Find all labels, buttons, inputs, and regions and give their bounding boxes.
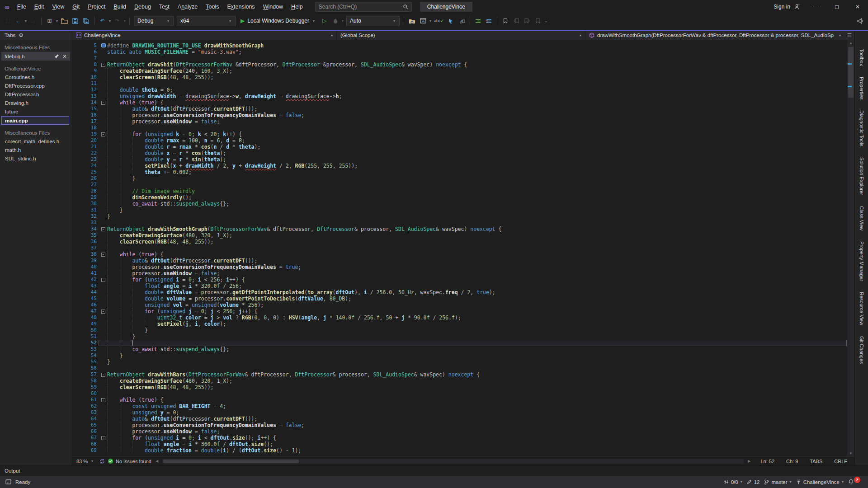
line-number[interactable]: 10 [72,74,97,80]
line-number[interactable]: 36 [72,239,97,245]
line-number[interactable]: 14 [72,99,97,106]
line-indicator[interactable]: Ln: 52 [755,459,780,464]
toolbar-grip[interactable]: ⋮⋮ [5,19,11,23]
menu-git[interactable]: Git [68,1,84,12]
code-line-7[interactable]: 7 [72,55,847,61]
line-number[interactable]: 16 [72,112,97,118]
save-all-icon[interactable] [81,15,91,26]
code-line-47[interactable]: 47- for (unsigned j = 0; j < 256; j++) { [72,308,847,314]
code-line-54[interactable]: 54 } [72,352,847,359]
code-line-11[interactable]: 11 [72,80,847,87]
pending-edits-button[interactable]: 12 [745,476,762,488]
code-line-24[interactable]: 24 setPixel(x + drawWidth / 2, y + drawH… [72,163,847,169]
code-line-42[interactable]: 42- for (unsigned i = 0; i < 256; i++) { [72,277,847,283]
line-number[interactable]: 22 [72,150,97,156]
line-number[interactable]: 54 [72,352,97,359]
line-number[interactable]: 51 [72,333,97,340]
tab-fdebug-h[interactable]: fdebug.h✕ [1,52,70,61]
code-line-61[interactable]: 61- while (true) { [72,397,847,403]
code-line-44[interactable]: 44 double dftValue = processor.getDftPoi… [72,289,847,296]
restore-button[interactable]: ◻ [826,0,847,14]
code-line-21[interactable]: 21 double r = rmax * cos(n / d * theta); [72,144,847,150]
code-line-25[interactable]: 25 theta += 0.002; [72,169,847,175]
code-line-65[interactable]: 65 processor.useConversionToFrequencyDom… [72,422,847,428]
line-number[interactable]: 6 [72,49,97,55]
notifications-button[interactable]: 2 [846,476,863,488]
code-line-9[interactable]: 9 createDrawingSurface(240, 160, 3_X); [72,68,847,74]
project-dropdown[interactable]: ++ ChallengeVince ▾ [72,31,337,40]
menu-edit[interactable]: Edit [30,1,48,12]
line-number[interactable]: 7 [72,55,97,61]
line-number[interactable]: 35 [72,232,97,239]
code-line-63[interactable]: 63 unsigned y = 0; [72,409,847,416]
new-project-caret[interactable]: ▾ [55,19,59,23]
undo-caret[interactable]: ▾ [108,19,112,23]
code-line-67[interactable]: 67- for (unsigned i = 0; i < dftOut.size… [72,435,847,441]
code-line-43[interactable]: 43 float angle = i * 320.0f / 256; [72,283,847,289]
code-line-30[interactable]: 30 co_await std::suspend_always{}; [72,201,847,207]
solution-name-badge[interactable]: ChallengeVince [420,2,472,12]
open-file-icon[interactable] [59,15,70,26]
code-line-5[interactable]: 5#define DRAWING_ROUTINE_TO_USE drawWith… [72,42,847,49]
code-line-27[interactable]: 27 [72,182,847,188]
solution-platform-dropdown[interactable]: x64▾ [177,16,236,26]
search-box[interactable] [315,2,412,12]
code-line-52[interactable]: 52 [72,340,847,346]
code-line-62[interactable]: 62 const unsigned BAR_HEIGHT = 4; [72,403,847,409]
tool-tab-property-manager[interactable]: Property Manager [859,241,864,281]
save-icon[interactable] [70,15,80,26]
code-line-58[interactable]: 58 createDrawingSurface(480, 320, 1_X); [72,378,847,384]
output-panel-tab[interactable]: Output [0,465,868,476]
line-number[interactable]: 55 [72,359,97,365]
start-debugging-button[interactable]: ▶ Local Windows Debugger ▾ [237,15,319,26]
code-line-40[interactable]: 40 processor.useConversionToFrequencyDom… [72,264,847,270]
line-number[interactable]: 18 [72,125,97,131]
menu-build[interactable]: Build [109,1,130,12]
fold-collapse-icon[interactable]: - [99,308,107,314]
close-button[interactable]: ✕ [847,0,868,14]
tab-drawing-h[interactable]: Drawing.h [0,99,72,107]
code-line-36[interactable]: 36 clearScreen(RGB(48, 48, 255)); [72,239,847,245]
line-number[interactable]: 62 [72,403,97,409]
search-input[interactable] [319,4,396,10]
code-line-12[interactable]: 12 double theta = 0; [72,87,847,93]
bookmark-next-icon[interactable] [522,15,532,26]
menu-help[interactable]: Help [287,1,307,12]
line-number[interactable]: 9 [72,68,97,74]
line-number[interactable]: 8 [72,61,97,68]
line-number[interactable]: 46 [72,302,97,308]
line-number[interactable]: 50 [72,327,97,333]
code-line-14[interactable]: 14- while (true) { [72,99,847,106]
line-number[interactable]: 63 [72,409,97,416]
indent-decrease-icon[interactable] [473,15,483,26]
line-number[interactable]: 24 [72,163,97,169]
pin-icon[interactable] [54,54,59,59]
new-project-icon[interactable]: ⊞ [44,15,55,26]
code-line-39[interactable]: 39 auto& dftOut(dftProcessor.currentDFT(… [72,258,847,264]
code-line-28[interactable]: 28 // Dim image weirdly [72,188,847,194]
code-line-31[interactable]: 31 } [72,207,847,213]
line-number[interactable]: 26 [72,175,97,182]
line-number[interactable]: 45 [72,296,97,302]
scroll-up-icon[interactable]: ▲ [847,40,854,46]
code-line-59[interactable]: 59 clearScreen(RGB(48, 48, 255)); [72,384,847,390]
sync-namespace-icon[interactable] [99,459,105,464]
tab-dftprocessor-cpp[interactable]: DftProcessor.cpp [0,81,72,90]
repository-button[interactable]: ChallengeVince ▾ [794,476,846,488]
preview-window-caret[interactable]: ▾ [429,19,432,23]
line-number[interactable]: 34 [72,226,97,232]
code-line-23[interactable]: 23 double y = r * sin(theta); [72,156,847,163]
tab-corecrt-math-defines-h[interactable]: corecrt_math_defines.h [0,137,72,145]
vertical-scrollbar[interactable]: ▲ ▼ [847,40,854,456]
tool-tab-class-view[interactable]: Class View [859,206,864,230]
line-number[interactable]: 48 [72,314,97,321]
column-indicator[interactable]: Ch: 9 [780,459,804,464]
menu-analyze[interactable]: Analyze [174,1,202,12]
code-line-51[interactable]: 51 } [72,333,847,340]
line-number[interactable]: 47 [72,308,97,314]
menu-test[interactable]: Test [155,1,174,12]
fold-collapse-icon[interactable]: - [99,131,107,137]
tool-tab-properties[interactable]: Properties [859,77,864,99]
code-line-18[interactable]: 18 [72,125,847,131]
line-number[interactable]: 57 [72,371,97,378]
